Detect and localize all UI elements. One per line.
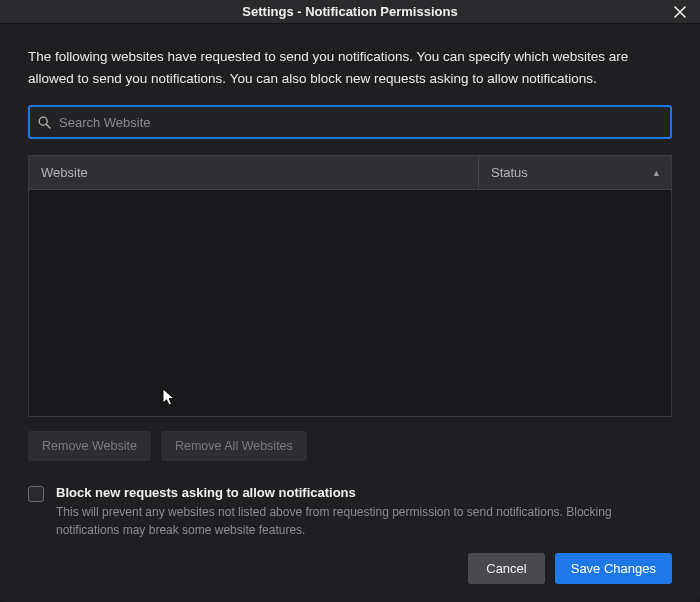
cancel-button[interactable]: Cancel (468, 553, 544, 584)
column-header-status-label: Status (491, 165, 528, 180)
block-new-row: Block new requests asking to allow notif… (28, 485, 672, 539)
dialog-title: Settings - Notification Permissions (242, 4, 457, 19)
block-new-checkbox[interactable] (28, 486, 44, 502)
table-header: Website Status ▲ (28, 155, 672, 189)
remove-website-button[interactable]: Remove Website (28, 431, 151, 461)
search-field[interactable] (28, 105, 672, 139)
svg-line-1 (46, 124, 50, 128)
close-button[interactable] (670, 2, 690, 22)
search-input[interactable] (59, 115, 662, 130)
save-changes-button[interactable]: Save Changes (555, 553, 672, 584)
search-icon (38, 116, 51, 129)
dialog-footer: Cancel Save Changes (28, 539, 672, 584)
block-new-label[interactable]: Block new requests asking to allow notif… (56, 485, 672, 500)
remove-all-websites-button[interactable]: Remove All Websites (161, 431, 307, 461)
intro-text: The following websites have requested to… (28, 46, 672, 89)
column-header-status[interactable]: Status ▲ (479, 165, 671, 180)
close-icon (673, 5, 687, 19)
sort-asc-icon: ▲ (652, 168, 661, 178)
column-header-website[interactable]: Website (29, 165, 478, 180)
block-new-description: This will prevent any websites not liste… (56, 504, 672, 539)
websites-table-body (28, 189, 672, 417)
titlebar: Settings - Notification Permissions (0, 0, 700, 24)
table-action-row: Remove Website Remove All Websites (28, 431, 672, 461)
settings-dialog: Settings - Notification Permissions The … (0, 0, 700, 602)
block-new-text: Block new requests asking to allow notif… (56, 485, 672, 539)
dialog-body: The following websites have requested to… (0, 24, 700, 602)
